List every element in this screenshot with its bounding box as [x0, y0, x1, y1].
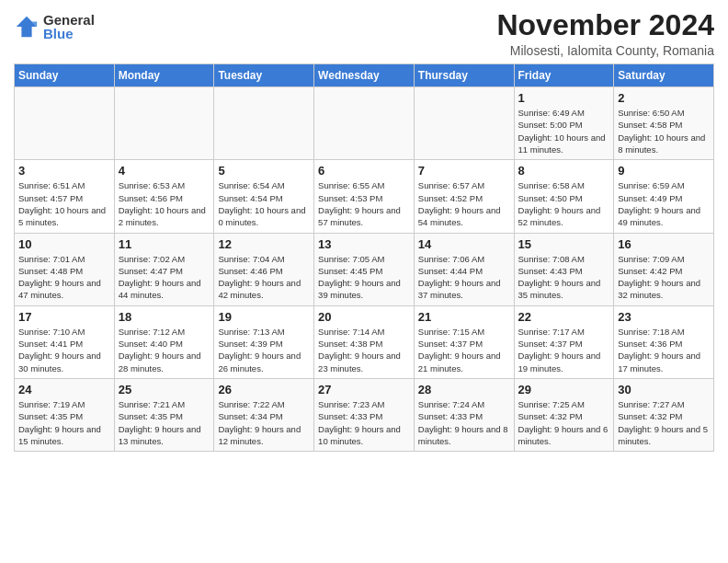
- calendar-cell: 13Sunrise: 7:05 AM Sunset: 4:45 PM Dayli…: [314, 233, 415, 305]
- day-info: Sunrise: 6:59 AM Sunset: 4:49 PM Dayligh…: [618, 179, 710, 228]
- day-info: Sunrise: 7:05 AM Sunset: 4:45 PM Dayligh…: [318, 253, 410, 302]
- day-info: Sunrise: 7:22 AM Sunset: 4:34 PM Dayligh…: [218, 398, 310, 447]
- day-number: 23: [618, 310, 710, 324]
- day-info: Sunrise: 7:18 AM Sunset: 4:36 PM Dayligh…: [618, 326, 710, 374]
- day-info: Sunrise: 7:01 AM Sunset: 4:48 PM Dayligh…: [18, 253, 110, 302]
- day-number: 17: [18, 310, 110, 324]
- calendar-cell: 1Sunrise: 6:49 AM Sunset: 5:00 PM Daylig…: [514, 87, 614, 160]
- day-number: 19: [218, 310, 310, 324]
- day-number: 21: [418, 310, 510, 324]
- calendar-cell: 15Sunrise: 7:08 AM Sunset: 4:43 PM Dayli…: [514, 233, 614, 305]
- day-number: 20: [318, 310, 410, 324]
- calendar-cell: 9Sunrise: 6:59 AM Sunset: 4:49 PM Daylig…: [614, 160, 714, 233]
- day-number: 14: [418, 237, 510, 251]
- day-number: 2: [618, 91, 710, 105]
- calendar-cell: 25Sunrise: 7:21 AM Sunset: 4:35 PM Dayli…: [114, 378, 214, 451]
- logo-general-text: General: [43, 13, 95, 27]
- calendar-cell: [15, 87, 115, 160]
- day-number: 5: [218, 164, 310, 178]
- col-friday: Friday: [514, 64, 614, 87]
- calendar-cell: 8Sunrise: 6:58 AM Sunset: 4:50 PM Daylig…: [514, 160, 614, 233]
- calendar-cell: 10Sunrise: 7:01 AM Sunset: 4:48 PM Dayli…: [15, 233, 115, 305]
- calendar-cell: [314, 87, 415, 160]
- day-number: 6: [318, 164, 410, 178]
- day-info: Sunrise: 7:23 AM Sunset: 4:33 PM Dayligh…: [318, 398, 410, 447]
- day-number: 4: [119, 164, 210, 178]
- calendar-cell: [114, 87, 214, 160]
- calendar-cell: 2Sunrise: 6:50 AM Sunset: 4:58 PM Daylig…: [614, 87, 714, 160]
- day-number: 15: [518, 237, 610, 251]
- day-number: 1: [518, 91, 610, 105]
- day-number: 11: [119, 237, 210, 251]
- calendar-cell: 6Sunrise: 6:55 AM Sunset: 4:53 PM Daylig…: [314, 160, 415, 233]
- day-info: Sunrise: 6:53 AM Sunset: 4:56 PM Dayligh…: [119, 179, 210, 228]
- calendar-cell: 3Sunrise: 6:51 AM Sunset: 4:57 PM Daylig…: [15, 160, 115, 233]
- logo: General Blue: [14, 13, 95, 40]
- day-info: Sunrise: 6:58 AM Sunset: 4:50 PM Dayligh…: [518, 179, 610, 228]
- svg-marker-0: [17, 17, 37, 37]
- calendar-cell: 22Sunrise: 7:17 AM Sunset: 4:37 PM Dayli…: [514, 305, 614, 378]
- day-number: 24: [18, 383, 110, 396]
- calendar-cell: 29Sunrise: 7:25 AM Sunset: 4:32 PM Dayli…: [514, 378, 614, 451]
- month-title: November 2024: [496, 9, 714, 41]
- day-info: Sunrise: 6:49 AM Sunset: 5:00 PM Dayligh…: [518, 107, 610, 155]
- day-info: Sunrise: 7:06 AM Sunset: 4:44 PM Dayligh…: [418, 253, 510, 302]
- calendar-cell: 7Sunrise: 6:57 AM Sunset: 4:52 PM Daylig…: [414, 160, 514, 233]
- day-info: Sunrise: 6:55 AM Sunset: 4:53 PM Dayligh…: [318, 179, 410, 228]
- day-number: 22: [518, 310, 610, 324]
- calendar-cell: 21Sunrise: 7:15 AM Sunset: 4:37 PM Dayli…: [414, 305, 514, 378]
- title-block: November 2024 Milosesti, Ialomita County…: [496, 9, 714, 58]
- logo-blue-text: Blue: [43, 27, 95, 40]
- header-row: Sunday Monday Tuesday Wednesday Thursday…: [15, 64, 714, 87]
- calendar-week-3: 10Sunrise: 7:01 AM Sunset: 4:48 PM Dayli…: [15, 233, 714, 305]
- day-number: 27: [318, 383, 410, 396]
- day-info: Sunrise: 7:12 AM Sunset: 4:40 PM Dayligh…: [119, 326, 210, 374]
- calendar-cell: 17Sunrise: 7:10 AM Sunset: 4:41 PM Dayli…: [15, 305, 115, 378]
- day-number: 18: [119, 310, 210, 324]
- day-number: 9: [618, 164, 710, 178]
- day-number: 26: [218, 383, 310, 396]
- calendar-cell: 26Sunrise: 7:22 AM Sunset: 4:34 PM Dayli…: [214, 378, 314, 451]
- day-info: Sunrise: 7:15 AM Sunset: 4:37 PM Dayligh…: [418, 326, 510, 374]
- day-number: 30: [618, 383, 710, 396]
- calendar-cell: 11Sunrise: 7:02 AM Sunset: 4:47 PM Dayli…: [114, 233, 214, 305]
- col-thursday: Thursday: [414, 64, 514, 87]
- day-info: Sunrise: 7:19 AM Sunset: 4:35 PM Dayligh…: [18, 398, 110, 447]
- day-info: Sunrise: 7:21 AM Sunset: 4:35 PM Dayligh…: [119, 398, 210, 447]
- calendar-header: Sunday Monday Tuesday Wednesday Thursday…: [15, 64, 714, 87]
- day-info: Sunrise: 7:24 AM Sunset: 4:33 PM Dayligh…: [418, 398, 510, 447]
- day-number: 12: [218, 237, 310, 251]
- logo-text: General Blue: [43, 13, 95, 40]
- day-number: 7: [418, 164, 510, 178]
- calendar-cell: 19Sunrise: 7:13 AM Sunset: 4:39 PM Dayli…: [214, 305, 314, 378]
- calendar-cell: 4Sunrise: 6:53 AM Sunset: 4:56 PM Daylig…: [114, 160, 214, 233]
- calendar-week-2: 3Sunrise: 6:51 AM Sunset: 4:57 PM Daylig…: [15, 160, 714, 233]
- day-info: Sunrise: 6:50 AM Sunset: 4:58 PM Dayligh…: [618, 107, 710, 155]
- calendar-cell: 12Sunrise: 7:04 AM Sunset: 4:46 PM Dayli…: [214, 233, 314, 305]
- day-number: 8: [518, 164, 610, 178]
- page-container: General Blue November 2024 Milosesti, Ia…: [0, 0, 728, 461]
- day-info: Sunrise: 6:54 AM Sunset: 4:54 PM Dayligh…: [218, 179, 310, 228]
- day-info: Sunrise: 7:13 AM Sunset: 4:39 PM Dayligh…: [218, 326, 310, 374]
- location-subtitle: Milosesti, Ialomita County, Romania: [496, 43, 714, 58]
- calendar-cell: 5Sunrise: 6:54 AM Sunset: 4:54 PM Daylig…: [214, 160, 314, 233]
- day-info: Sunrise: 6:51 AM Sunset: 4:57 PM Dayligh…: [18, 179, 110, 228]
- calendar-week-5: 24Sunrise: 7:19 AM Sunset: 4:35 PM Dayli…: [15, 378, 714, 451]
- day-info: Sunrise: 7:14 AM Sunset: 4:38 PM Dayligh…: [318, 326, 410, 374]
- day-info: Sunrise: 7:25 AM Sunset: 4:32 PM Dayligh…: [518, 398, 610, 447]
- day-info: Sunrise: 7:04 AM Sunset: 4:46 PM Dayligh…: [218, 253, 310, 302]
- day-info: Sunrise: 7:02 AM Sunset: 4:47 PM Dayligh…: [119, 253, 210, 302]
- col-sunday: Sunday: [15, 64, 115, 87]
- calendar-cell: 24Sunrise: 7:19 AM Sunset: 4:35 PM Dayli…: [15, 378, 115, 451]
- logo-icon: [14, 14, 40, 40]
- day-info: Sunrise: 7:10 AM Sunset: 4:41 PM Dayligh…: [18, 326, 110, 374]
- col-tuesday: Tuesday: [214, 64, 314, 87]
- col-wednesday: Wednesday: [314, 64, 415, 87]
- calendar-cell: 16Sunrise: 7:09 AM Sunset: 4:42 PM Dayli…: [614, 233, 714, 305]
- calendar-cell: 23Sunrise: 7:18 AM Sunset: 4:36 PM Dayli…: [614, 305, 714, 378]
- day-number: 28: [418, 383, 510, 396]
- calendar-cell: 14Sunrise: 7:06 AM Sunset: 4:44 PM Dayli…: [414, 233, 514, 305]
- calendar-cell: [214, 87, 314, 160]
- day-number: 16: [618, 237, 710, 251]
- day-info: Sunrise: 7:17 AM Sunset: 4:37 PM Dayligh…: [518, 326, 610, 374]
